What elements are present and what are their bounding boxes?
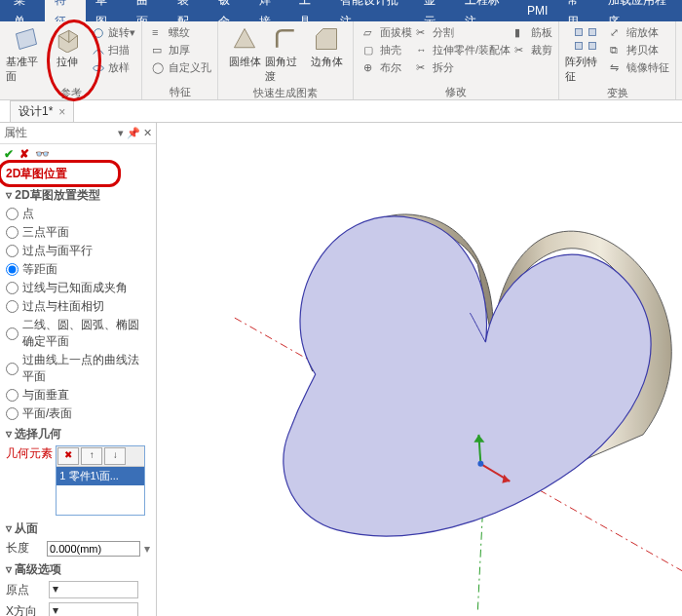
svg-point-19 [477, 461, 483, 467]
datum-plane-button[interactable]: 基准平面 [6, 23, 47, 84]
from-face-header: ▿ 从面 [0, 518, 156, 538]
thicken-button[interactable]: ▭加厚 [152, 43, 211, 58]
close-icon[interactable]: × [58, 105, 65, 119]
pattern-icon [572, 25, 599, 53]
properties-panel: 属性 ▾ 📌 ✕ ✔ ✘ 👓 2D草图位置 ▿ 2D草图放置类型 点三点平面过点… [0, 123, 157, 616]
split-button[interactable]: ✂分割 [416, 25, 511, 40]
shell-button[interactable]: ▢抽壳 [363, 43, 412, 58]
ribbon-group-feature-label: 特征 [170, 85, 191, 99]
svg-rect-11 [576, 43, 583, 50]
xdir-label: X方向 [6, 603, 45, 617]
document-tab-label: 设计1* [19, 103, 53, 120]
origin-label: 原点 [6, 582, 45, 598]
placement-option-1[interactable]: 三点平面 [6, 223, 150, 242]
placement-radio-7[interactable] [6, 363, 19, 375]
placement-option-7[interactable]: 过曲线上一点的曲线法平面 [6, 351, 150, 386]
ribbon-group-reference-label: 参考 [60, 86, 82, 100]
down-button[interactable]: ↓ [104, 447, 126, 465]
rib-button[interactable]: ▮筋板 [514, 25, 552, 40]
scale-button[interactable]: ⤢缩放体 [610, 25, 669, 40]
ribbon-group-extra: ◆表面 ◆表面 ◆表面 [676, 21, 682, 99]
placement-option-2[interactable]: 过点与面平行 [6, 242, 150, 260]
placement-radio-9[interactable] [6, 407, 19, 420]
custom-hole-button[interactable]: ◯自定义孔 [152, 60, 211, 75]
cone-button[interactable]: 圆维体 [224, 23, 265, 69]
extrude-label: 拉伸 [57, 55, 78, 69]
placement-option-8[interactable]: 与面垂直 [6, 386, 150, 404]
placement-option-6[interactable]: 二线、圆、圆弧、椭圆确定平面 [6, 316, 150, 351]
length-input[interactable] [47, 541, 140, 557]
ribbon-group-modify-label: 修改 [445, 85, 467, 99]
ribbon-group-transform-label: 变换 [607, 86, 628, 100]
mirror-button[interactable]: ⇋镜像特征 [610, 60, 669, 75]
revolve-icon [92, 26, 105, 40]
placement-radio-0[interactable] [6, 208, 19, 220]
placement-radio-8[interactable] [6, 389, 19, 402]
glasses-icon[interactable]: 👓 [35, 147, 50, 161]
cone-icon [231, 25, 258, 53]
3d-viewport[interactable] [157, 123, 682, 616]
ribbon-group-quickprim: 圆维体 圆角过渡 边角体 快速生成图素 [218, 21, 354, 99]
document-tab[interactable]: 设计1* × [10, 100, 74, 122]
ribbon-group-modify: ▱面拔模 ▢抽壳 ⊕布尔 ✂分割 ↔拉伸零件/装配体 ✂拆分 ▮筋板 ✂裁剪 修… [354, 21, 559, 99]
chamfer-button[interactable]: 边角体 [306, 23, 347, 69]
placement-option-5[interactable]: 过点与柱面相切 [6, 297, 150, 316]
svg-rect-10 [589, 29, 596, 36]
split2-button[interactable]: ✂拆分 [416, 60, 511, 75]
thread-button[interactable]: ≡螺纹 [152, 25, 211, 40]
placement-option-9[interactable]: 平面/表面 [6, 404, 150, 423]
thicken-icon: ▭ [152, 44, 166, 58]
ribbon-group-transform: 阵列特征 ⤢缩放体 ⧉拷贝体 ⇋镜像特征 变换 [559, 21, 676, 99]
xdir-dropdown[interactable]: ▾ [49, 602, 138, 616]
ok-button[interactable]: ✔ [4, 147, 14, 161]
fillet-icon [272, 25, 299, 53]
placement-option-3[interactable]: 等距面 [6, 260, 150, 279]
placement-option-0[interactable]: 点 [6, 205, 150, 223]
loft-button[interactable]: 放样 [92, 60, 135, 75]
svg-rect-9 [576, 29, 583, 36]
up-button[interactable]: ↑ [81, 447, 102, 465]
fillet-button[interactable]: 圆角过渡 [265, 23, 306, 84]
copy-button[interactable]: ⧉拷贝体 [610, 43, 669, 58]
section-sketch-location: 2D草图位置 [0, 164, 156, 184]
revolve-button[interactable]: 旋转 ▾ [92, 25, 135, 40]
hole-icon: ◯ [152, 61, 166, 75]
placement-radio-1[interactable] [6, 226, 19, 239]
cancel-button[interactable]: ✘ [19, 147, 29, 161]
placement-radio-3[interactable] [6, 263, 19, 276]
ribbon-group-reference: 基准平面 拉伸 旋转 ▾ 扫描 放样 参考 [0, 21, 142, 99]
boolean-button[interactable]: ⊕布尔 [363, 60, 412, 75]
datum-plane-label: 基准平面 [6, 55, 47, 84]
placement-radio-2[interactable] [6, 245, 19, 257]
document-tabbar: 设计1* × [0, 100, 682, 123]
selected-geometry-row[interactable]: 1 零件1\面... [57, 467, 144, 485]
geom-element-label: 几何元素 [6, 445, 53, 462]
svg-marker-8 [317, 29, 337, 50]
placement-option-4[interactable]: 过线与已知面成夹角 [6, 279, 150, 297]
svg-marker-7 [235, 29, 255, 48]
advanced-header: ▿ 高级选项 [0, 558, 156, 579]
plane-icon [13, 25, 40, 53]
sweep-button[interactable]: 扫描 [92, 43, 135, 58]
placement-options: 点三点平面过点与面平行等距面过线与已知面成夹角过点与柱面相切二线、圆、圆弧、椭圆… [0, 205, 156, 423]
stretch-part-button[interactable]: ↔拉伸零件/装配体 [416, 43, 511, 58]
extrude-button[interactable]: 拉伸 [47, 23, 88, 69]
length-dropdown-icon[interactable]: ▾ [144, 542, 150, 556]
placement-radio-4[interactable] [6, 282, 19, 294]
pattern-button[interactable]: 阵列特征 [565, 23, 606, 84]
ribbon-group-quickprim-label: 快速生成图素 [253, 86, 318, 100]
svg-point-5 [95, 28, 103, 37]
placement-radio-6[interactable] [6, 327, 19, 340]
draft-button[interactable]: ▱面拔模 [363, 25, 412, 40]
panel-title: 属性 [4, 125, 27, 141]
svg-marker-0 [17, 29, 37, 50]
pin-icon[interactable]: ▾ 📌 ✕ [118, 127, 152, 139]
ribbon-group-feature: ≡螺纹 ▭加厚 ◯自定义孔 特征 [142, 21, 218, 99]
trim-button[interactable]: ✂裁剪 [514, 43, 552, 58]
corner-icon [313, 25, 340, 53]
menu-item-pmi[interactable]: PMI [517, 0, 557, 21]
placement-radio-5[interactable] [6, 300, 19, 313]
origin-dropdown[interactable]: ▾ [49, 581, 138, 598]
delete-button[interactable]: ✖ [57, 447, 79, 465]
menubar: 菜单 特征 草图 曲面 装配 钣金 焊接 工具 智能设计批注 显示 工程标注 P… [0, 0, 682, 21]
